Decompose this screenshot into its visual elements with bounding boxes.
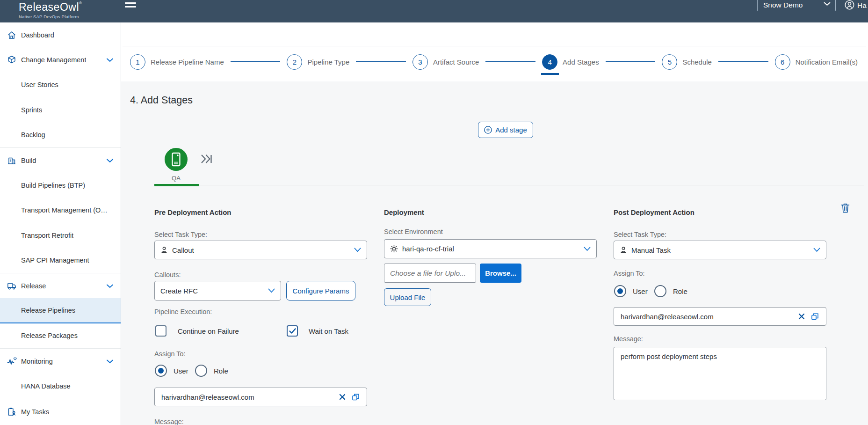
registered-mark: ® [79,1,82,5]
continue-on-failure-checkbox[interactable] [155,325,166,337]
add-stage-button[interactable]: Add stage [478,122,533,138]
copy-icon[interactable] [351,393,360,402]
wait-on-task-checkbox[interactable] [287,325,298,337]
post-role-radio[interactable] [654,285,666,297]
pre-user-radio[interactable] [155,365,167,377]
chevron-down-icon [354,248,361,252]
plus-circle-icon [484,126,492,134]
wait-on-task-label: Wait on Task [309,327,348,335]
clear-icon[interactable] [798,313,805,320]
tenant-name: Snow Demo [763,1,821,9]
environment-label: Select Environment [384,228,443,235]
environment-select[interactable]: hari-qa-ro-cf-trial [384,239,597,258]
sidebar-item-sprints[interactable]: Sprints [0,97,121,122]
building-icon [7,155,17,166]
step-connector [485,61,535,62]
post-message-textarea[interactable]: perform post deployment steps [621,352,819,395]
pre-task-type-select[interactable]: Callout [154,241,367,259]
sidebar-item-backlog[interactable]: Backlog [0,123,121,147]
pre-role-radio[interactable] [195,365,207,377]
chevron-down-icon [107,156,113,165]
user-menu[interactable]: Ha [845,0,867,11]
sidebar-item-build-pipelines-btp[interactable]: Build Pipelines (BTP) [0,173,121,198]
step-number: 4 [542,54,557,70]
logo-subtitle: Native SAP DevOps Platform [19,14,82,19]
file-upload-field[interactable]: Choose a file for Uplo... [384,264,476,283]
tenant-selector[interactable]: Snow Demo [757,0,836,11]
wizard-step-1[interactable]: 1 Release Pipeline Name [130,54,224,70]
wizard-step-2[interactable]: 2 Pipeline Type [287,54,349,70]
post-message-textarea-wrap: perform post deployment steps [614,347,826,400]
step-number: 5 [662,54,677,70]
post-assign-to-label: Assign To: [614,270,645,277]
heartbeat-icon [7,356,17,366]
wizard-step-3[interactable]: 3 Artifact Source [412,54,479,70]
sidebar-item-build[interactable]: Build [0,148,121,173]
post-task-type-select[interactable]: Manual Task [614,241,826,259]
wizard-header-card: 1 Release Pipeline Name 2 Pipeline Type … [121,22,868,81]
person-icon [160,246,168,254]
post-assignee-input[interactable] [621,313,793,321]
clear-icon[interactable] [339,394,346,400]
sidebar-item-release[interactable]: Release [0,273,121,298]
hamburger-menu-icon[interactable] [124,0,137,8]
wizard-step-6[interactable]: 6 Notification Email(s) [775,54,858,70]
sidebar-item-user-stories[interactable]: User Stories [0,73,121,97]
stage-name-label: QA [165,175,188,182]
chevron-down-icon [824,0,831,8]
sidebar-item-dashboard[interactable]: Dashboard [0,22,121,47]
copy-icon[interactable] [810,312,819,321]
post-user-radio[interactable] [614,285,626,297]
post-message-label: Message: [614,335,643,343]
pre-assignee-input-wrap [154,388,367,406]
check-icon [289,328,296,334]
callout-select[interactable]: Create RFC [154,281,281,300]
deployment-title: Deployment [384,208,424,216]
step-connector [356,61,406,62]
sidebar-item-change-management[interactable]: Change Management [0,47,121,72]
skip-forward-icon[interactable] [201,154,212,166]
delete-stage-icon[interactable] [840,203,850,215]
step-number: 3 [412,54,428,70]
pre-task-type-label: Select Task Type: [154,231,207,238]
divider [123,46,866,46]
truck-icon [7,281,17,291]
user-avatar-icon [845,0,854,12]
post-task-type-value: Manual Task [631,246,810,254]
stage-tab-qa[interactable] [165,148,188,171]
browse-button[interactable]: Browse... [480,264,521,283]
sidebar-item-transport-retrofit[interactable]: Transport Retrofit [0,223,121,248]
continue-on-failure-label: Continue on Failure [178,327,239,335]
sidebar-item-hana-database[interactable]: HANA Database [0,374,121,398]
step-number: 6 [775,54,790,70]
upload-file-button[interactable]: Upload File [384,288,431,306]
sidebar-item-release-pipelines[interactable]: Release Pipelines [0,298,121,323]
sidebar-item-my-tasks[interactable]: My Tasks [0,399,121,424]
sidebar-item-release-packages[interactable]: Release Packages [0,323,121,348]
chevron-down-icon [813,248,820,252]
file-placeholder: Choose a file for Uplo... [390,269,466,278]
chevron-down-icon [107,282,113,290]
tab-strip-line [154,185,864,185]
pre-assignee-input[interactable] [161,393,333,401]
configure-params-button[interactable]: Configure Params [286,281,355,300]
wizard-step-4-active[interactable]: 4 Add Stages [542,54,599,70]
sidebar-item-transport-management[interactable]: Transport Management (On-P... [0,198,121,223]
wizard-step-5[interactable]: 5 Schedule [662,54,712,70]
pre-user-label: User [174,367,188,375]
sidebar-item-sap-cpi-management[interactable]: SAP CPI Management [0,248,121,273]
pre-deployment-title: Pre Deployment Action [154,208,231,216]
wizard-stepper: 1 Release Pipeline Name 2 Pipeline Type … [130,52,858,71]
post-assignee-input-wrap [614,307,826,326]
pre-task-type-value: Callout [172,246,350,254]
post-user-label: User [633,287,648,295]
app-logo: ReleaseOwl® Native SAP DevOps Platform [19,1,82,19]
gear-icon [390,245,398,253]
step-number: 2 [287,54,302,70]
person-icon [620,246,627,254]
post-deployment-title: Post Deployment Action [614,208,694,216]
release-pipeline-wizard-screen: ReleaseOwl® Native SAP DevOps Platform S… [0,0,868,425]
page-title: 4. Add Stages [130,95,193,106]
chevron-down-icon [584,247,591,251]
sidebar-item-monitoring[interactable]: Monitoring [0,349,121,374]
